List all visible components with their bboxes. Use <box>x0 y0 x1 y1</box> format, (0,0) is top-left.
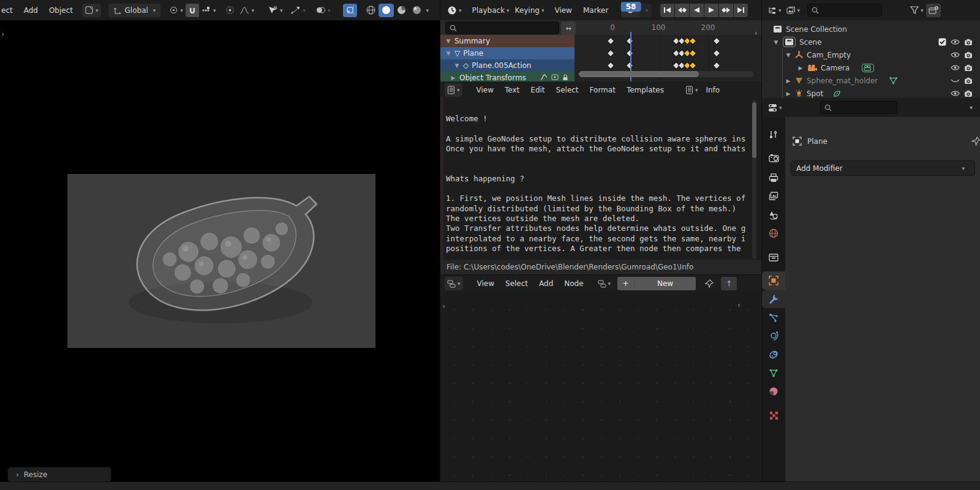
viewport-3d[interactable]: ect Add Object ▾ Global ▾ ▾ ▾ ▾ <box>0 0 440 481</box>
keying-set-dropdown[interactable]: ▾ <box>639 4 652 17</box>
menu-select[interactable]: Select <box>551 86 584 94</box>
channel-search[interactable] <box>445 21 559 34</box>
outliner-row-cam-empty[interactable]: ▼ Cam_Empty <box>762 48 980 61</box>
menu-node[interactable]: Node <box>559 279 589 288</box>
tab-material[interactable] <box>762 382 785 401</box>
pin-icon[interactable] <box>971 137 980 146</box>
pivot-point-dropdown[interactable]: ▾ <box>167 4 186 17</box>
play-reverse-button[interactable] <box>690 4 704 17</box>
snap-settings-dropdown[interactable]: ▾ <box>199 4 219 17</box>
add-modifier-dropdown[interactable]: Add Modifier ▾ <box>791 160 975 176</box>
keyframe[interactable] <box>713 62 721 70</box>
menu-view[interactable]: View <box>549 6 577 15</box>
shading-wireframe-button[interactable] <box>363 4 379 17</box>
play-button[interactable] <box>704 4 718 17</box>
eye-open-icon[interactable] <box>951 64 960 71</box>
expand-triangle-icon[interactable]: ▼ <box>773 39 779 45</box>
channel-search-input[interactable] <box>460 24 555 32</box>
proportional-falloff-dropdown[interactable]: ▾ <box>237 4 257 17</box>
keyframe[interactable] <box>607 62 615 70</box>
channel-expand-icon[interactable]: ▼ <box>454 62 460 69</box>
tab-particles[interactable] <box>762 309 785 327</box>
text-scrollbar-thumb[interactable] <box>752 102 756 158</box>
timeline-scrollbar[interactable] <box>579 71 754 77</box>
shading-solid-button[interactable] <box>379 4 394 17</box>
node-canvas[interactable] <box>440 292 761 481</box>
tab-collection[interactable] <box>762 248 785 266</box>
collapse-triangle-icon[interactable]: ▶ <box>785 91 791 97</box>
tab-texture[interactable] <box>762 406 785 424</box>
selectability-dropdown[interactable]: ▾ <box>265 4 285 17</box>
channel-expand-icon[interactable]: ▶ <box>450 75 456 81</box>
pin-toggle[interactable] <box>703 277 716 290</box>
outliner-row-camera[interactable]: ▶ Camera <box>762 61 980 74</box>
eye-open-icon[interactable] <box>951 39 960 45</box>
next-keyframe-button[interactable] <box>719 4 733 17</box>
outliner[interactable]: ▾ ▾ ▾ Scene Collection ▼ Scene <box>762 0 980 98</box>
channel-object-transforms[interactable]: ▶Object Transforms <box>440 72 575 81</box>
menu-view[interactable]: View <box>471 86 499 94</box>
menu-view[interactable]: View <box>472 279 500 288</box>
render-camera-icon[interactable] <box>964 77 973 85</box>
tab-physics[interactable] <box>762 326 785 345</box>
node-editor[interactable]: ▾ View Select Add Node ▾ + New ↑ › ‹ <box>440 275 761 481</box>
nodetree-datablock-dropdown[interactable]: ▾ <box>595 277 614 290</box>
channel-expand-icon[interactable]: ▼ <box>445 38 451 44</box>
text-content[interactable]: Welcome ! A simple GeoNodes setup to dis… <box>446 114 750 260</box>
keyframe[interactable] <box>607 50 615 58</box>
text-editor[interactable]: ▾ View Text Edit Select Format Templates… <box>440 81 761 274</box>
menu-add[interactable]: Add <box>533 279 559 288</box>
light-data-badge[interactable] <box>833 90 841 97</box>
render-camera-icon[interactable] <box>964 90 973 97</box>
menu-edit[interactable]: Edit <box>525 86 550 94</box>
keyframe-selected[interactable] <box>689 62 697 70</box>
gizmo-toggle[interactable] <box>343 4 357 17</box>
region-collapse-arrow[interactable]: ‹ <box>755 29 758 37</box>
mode-dropdown[interactable]: ▾ <box>82 4 101 17</box>
operator-panel-resize[interactable]: › Resize <box>7 467 111 481</box>
outliner-row-scene[interactable]: ▼ Scene <box>762 36 980 48</box>
checkbox-checked-icon[interactable] <box>938 38 946 46</box>
new-collection-button[interactable] <box>926 4 941 17</box>
eye-closed-icon[interactable] <box>951 77 960 84</box>
tab-world[interactable] <box>762 224 785 243</box>
render-camera-icon[interactable] <box>964 51 973 59</box>
jump-to-end-button[interactable] <box>734 4 748 17</box>
editor-type-dropdown[interactable]: ▾ <box>765 4 784 17</box>
tab-scene[interactable] <box>762 206 785 224</box>
filter-toggle-button[interactable]: ↔ <box>561 21 576 35</box>
mute-icon[interactable] <box>551 74 559 80</box>
tab-constraints[interactable] <box>762 345 785 364</box>
camera-data-badge[interactable] <box>862 64 874 72</box>
render-camera-icon[interactable] <box>964 39 973 46</box>
properties-editor[interactable]: ▾ ▾ Plane Add Modifier ▾ <box>762 98 980 481</box>
shading-rendered-button[interactable] <box>409 4 424 17</box>
editor-type-dropdown[interactable]: ▾ <box>766 101 785 115</box>
scrollbar-thumb[interactable] <box>579 71 699 77</box>
keyframe-selected[interactable] <box>689 50 697 58</box>
new-nodetree-button[interactable]: + New <box>617 277 696 290</box>
editor-type-dropdown[interactable]: ▾ <box>445 83 462 97</box>
eye-open-icon[interactable] <box>951 90 960 97</box>
keyframe[interactable] <box>713 37 721 45</box>
expand-triangle-icon[interactable]: ▼ <box>785 52 791 58</box>
open-text-name[interactable]: Info <box>700 86 725 94</box>
menu-keying[interactable]: Keying <box>510 6 545 15</box>
lock-icon[interactable] <box>562 74 568 81</box>
properties-search-input[interactable] <box>835 104 893 112</box>
snap-toggle[interactable] <box>186 4 199 17</box>
editor-type-dropdown[interactable]: ▾ <box>445 4 464 17</box>
channel-plane-005action[interactable]: ▼◇Plane.005Action <box>440 59 575 72</box>
outliner-search-input[interactable] <box>822 6 878 15</box>
keyframe[interactable] <box>607 37 615 45</box>
menu-playback[interactable]: Playback <box>467 6 511 15</box>
jump-to-start-button[interactable] <box>660 4 674 17</box>
toolbar-expand-arrow[interactable]: › <box>442 302 445 310</box>
parent-node-tree-button[interactable]: ↑ <box>721 277 737 290</box>
tab-object-data[interactable] <box>762 364 785 382</box>
tab-tool[interactable] <box>762 126 785 144</box>
chevron-down-icon[interactable]: ▾ <box>970 104 973 111</box>
shading-material-button[interactable] <box>394 4 409 17</box>
channel-summary[interactable]: ▼Summary <box>440 35 575 47</box>
keyframe[interactable] <box>626 50 634 58</box>
